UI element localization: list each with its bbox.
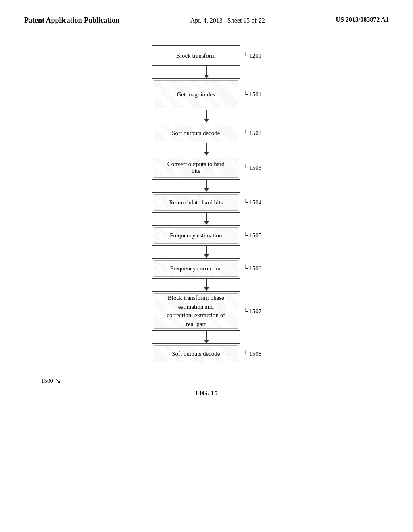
flowchart: Block transform └ 1201 Get magnitudes └ … — [152, 45, 261, 364]
arrow-7 — [204, 279, 209, 291]
arrow-line-5 — [206, 213, 207, 221]
step-row-1507: Block transform; phaseestimation andcorr… — [152, 291, 261, 331]
ref-1502: └ 1502 — [244, 130, 261, 137]
step-row-1505: Frequency estimation └ 1505 — [152, 225, 261, 246]
box-1201: Block transform — [152, 45, 240, 66]
box-1502: Soft outputs decode — [152, 123, 240, 143]
box-1501-label: Get magnitudes — [177, 91, 215, 98]
box-1508-label: Soft outputs decode — [172, 351, 220, 357]
arrow-line-7 — [206, 279, 207, 287]
arrow-4 — [204, 180, 209, 192]
box-1507-label: Block transform; phaseestimation andcorr… — [167, 294, 225, 329]
arrow-3 — [204, 143, 209, 156]
ref-1508: └ 1508 — [244, 351, 261, 357]
step-row-1501: Get magnitudes └ 1501 — [152, 78, 261, 110]
box-1508: Soft outputs decode — [152, 343, 240, 364]
arrow-line-6 — [206, 246, 207, 254]
arrow-head-7 — [204, 287, 209, 291]
arrow-line-4 — [206, 180, 207, 188]
step-row-1503: Convert outputs to hardbits └ 1503 — [152, 156, 261, 180]
publication-title: Patent Application Publication — [24, 16, 119, 25]
bottom-ref-arrow: ↘ — [55, 376, 61, 385]
arrow-head-4 — [204, 188, 209, 192]
diagram-area: Block transform └ 1201 Get magnitudes └ … — [0, 45, 413, 397]
page-header: Patent Application Publication Apr. 4, 2… — [0, 0, 413, 33]
arrow-head-5 — [204, 221, 209, 225]
step-row-1504: Re-modulate hard bits └ 1504 — [152, 192, 261, 213]
box-1502-label: Soft outputs decode — [172, 130, 220, 137]
box-1506: Frequency correction — [152, 258, 240, 279]
step-row-1502: Soft outputs decode └ 1502 — [152, 123, 261, 143]
step-row-1201: Block transform └ 1201 — [152, 45, 261, 66]
header-date: Apr. 4, 2013 — [190, 17, 223, 24]
box-1504: Re-modulate hard bits — [152, 192, 240, 213]
box-1507: Block transform; phaseestimation andcorr… — [152, 291, 240, 331]
box-1503: Convert outputs to hardbits — [152, 156, 240, 180]
arrow-head-2 — [204, 119, 209, 123]
bottom-ref-area: 1500 ↘ — [41, 376, 267, 385]
box-1505: Frequency estimation — [152, 225, 240, 246]
ref-1506: └ 1506 — [244, 265, 261, 272]
arrow-head-8 — [204, 340, 209, 343]
ref-1507: └ 1507 — [244, 308, 261, 315]
arrow-8 — [204, 331, 209, 343]
box-1501: Get magnitudes — [152, 78, 240, 110]
patent-number: US 2013/083872 A1 — [336, 16, 389, 23]
arrow-5 — [204, 213, 209, 225]
arrow-2 — [204, 110, 209, 123]
step-row-1508: Soft outputs decode └ 1508 — [152, 343, 261, 364]
arrow-line-1 — [206, 66, 207, 75]
box-1504-label: Re-modulate hard bits — [169, 199, 223, 206]
box-1503-label: Convert outputs to hardbits — [167, 161, 225, 175]
box-1505-label: Frequency estimation — [170, 232, 222, 239]
arrow-6 — [204, 246, 209, 258]
arrow-head-6 — [204, 254, 209, 258]
arrow-head-1 — [204, 75, 209, 78]
header-sheet: Sheet 15 of 22 — [227, 17, 265, 24]
box-1201-label: Block transform — [176, 52, 216, 59]
ref-1505: └ 1505 — [244, 232, 261, 239]
arrow-line-8 — [206, 331, 207, 340]
arrow-1 — [204, 66, 209, 78]
ref-1503: └ 1503 — [244, 164, 261, 171]
box-1506-label: Frequency correction — [170, 265, 222, 272]
arrow-line-2 — [206, 110, 207, 119]
ref-1501: └ 1501 — [244, 91, 261, 98]
arrow-head-3 — [204, 152, 209, 156]
step-row-1506: Frequency correction └ 1506 — [152, 258, 261, 279]
ref-1504: └ 1504 — [244, 199, 261, 206]
ref-1201: └ 1201 — [244, 52, 261, 59]
bottom-ref-label: 1500 — [41, 378, 53, 384]
header-date-sheet: Apr. 4, 2013 Sheet 15 of 22 — [190, 16, 265, 25]
figure-label: FIG. 15 — [195, 389, 218, 397]
arrow-line-3 — [206, 143, 207, 152]
